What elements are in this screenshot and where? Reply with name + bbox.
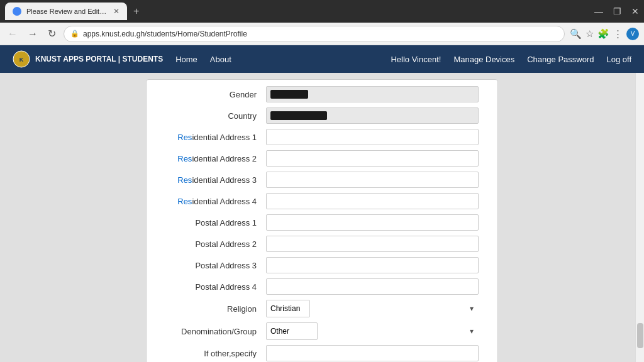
bar-actions: 🔍 ☆ 🧩 ⋮ V: [570, 28, 639, 40]
residential-address-2-row: Residential Address 2: [165, 150, 479, 167]
residential-address-2-label: Residential Address 2: [165, 154, 266, 163]
other-specify-input[interactable]: [266, 345, 479, 361]
gender-row: Gender: [165, 86, 479, 102]
forward-button[interactable]: →: [25, 26, 40, 42]
home-link[interactable]: Home: [175, 55, 197, 64]
gender-redacted: [270, 90, 308, 99]
window-controls: — ❐ ✕: [594, 6, 639, 16]
search-icon[interactable]: 🔍: [570, 28, 582, 40]
country-redacted: [270, 111, 327, 120]
star-icon[interactable]: ☆: [586, 28, 594, 40]
maximize-button[interactable]: ❐: [613, 6, 621, 16]
postal-address-1-input[interactable]: [266, 214, 479, 231]
logoff-link[interactable]: Log off: [606, 55, 631, 64]
close-button[interactable]: ✕: [631, 6, 639, 16]
residential-address-1-input[interactable]: [266, 129, 479, 145]
address-bar[interactable]: 🔒 apps.knust.edu.gh/students/Home/Studen…: [64, 26, 565, 42]
navbar: K KNUST APPS PORTAL | STUDENTS Home Abou…: [0, 45, 644, 73]
brand-text: KNUST APPS PORTAL | STUDENTS: [35, 55, 163, 63]
residential-address-1-row: Residential Address 1: [165, 129, 479, 145]
denomination-select[interactable]: Other Catholic Presbyterian Methodist An…: [266, 322, 318, 340]
religion-select[interactable]: Christian Muslim Traditional Other: [266, 300, 310, 317]
other-specify-row: If other,specify: [165, 345, 479, 361]
tab-close-icon[interactable]: ✕: [113, 7, 119, 16]
postal-address-3-row: Postal Address 3: [165, 257, 479, 273]
country-row: Country: [165, 107, 479, 124]
postal-address-2-label: Postal Address 2: [165, 239, 266, 249]
gender-input[interactable]: [266, 86, 479, 102]
postal-address-4-row: Postal Address 4: [165, 278, 479, 295]
extensions-icon[interactable]: 🧩: [597, 28, 609, 40]
denomination-label: Denomination/Group: [165, 327, 266, 336]
residential-address-4-input[interactable]: [266, 193, 479, 209]
residential-address-3-label: Residential Address 3: [165, 175, 266, 185]
minimize-button[interactable]: —: [594, 6, 603, 16]
browser-bar: ← → ↻ 🔒 apps.knust.edu.gh/students/Home/…: [0, 23, 644, 45]
religion-row: Religion Christian Muslim Traditional Ot…: [165, 300, 479, 317]
denomination-select-wrapper: Other Catholic Presbyterian Methodist An…: [266, 322, 479, 340]
url-text: apps.knust.edu.gh/students/Home/StudentP…: [83, 30, 247, 38]
country-label: Country: [165, 111, 266, 121]
user-avatar[interactable]: V: [626, 28, 639, 40]
tab-favicon: [13, 7, 21, 16]
about-link[interactable]: About: [210, 55, 231, 64]
page-content: Gender Country Residential Address 1 Res…: [0, 73, 644, 362]
browser-tab[interactable]: Please Review and Edit your Pers... ✕: [5, 3, 127, 20]
residential-address-4-row: Residential Address 4: [165, 193, 479, 209]
brand: K KNUST APPS PORTAL | STUDENTS: [13, 50, 163, 68]
manage-devices-link[interactable]: Manage Devices: [453, 55, 514, 64]
residential-address-3-input[interactable]: [266, 172, 479, 188]
country-input[interactable]: [266, 107, 479, 124]
residential-address-4-label: Residential Address 4: [165, 197, 266, 206]
scrollbar-thumb[interactable]: [637, 323, 643, 348]
gender-label: Gender: [165, 90, 266, 99]
new-tab-button[interactable]: +: [133, 6, 139, 17]
navbar-links: Home About: [175, 55, 231, 64]
postal-address-4-input[interactable]: [266, 278, 479, 295]
residential-address-3-row: Residential Address 3: [165, 172, 479, 188]
svg-text:K: K: [19, 57, 24, 63]
residential-address-1-label: Residential Address 1: [165, 133, 266, 142]
postal-address-2-input[interactable]: [266, 236, 479, 252]
tab-title: Please Review and Edit your Pers...: [26, 8, 108, 15]
religion-label: Religion: [165, 304, 266, 314]
postal-address-1-label: Postal Address 1: [165, 218, 266, 228]
denomination-row: Denomination/Group Other Catholic Presby…: [165, 322, 479, 340]
res-highlight: Res: [177, 133, 192, 142]
postal-address-2-row: Postal Address 2: [165, 236, 479, 252]
brand-logo: K: [13, 50, 30, 68]
postal-address-1-row: Postal Address 1: [165, 214, 479, 231]
postal-address-3-label: Postal Address 3: [165, 261, 266, 270]
change-password-link[interactable]: Change Password: [527, 55, 594, 64]
other-specify-label: If other,specify: [165, 349, 266, 358]
browser-chrome: Please Review and Edit your Pers... ✕ + …: [0, 0, 644, 23]
profile-form-card: Gender Country Residential Address 1 Res…: [146, 79, 498, 362]
navbar-right: Hello Vincent! Manage Devices Change Pas…: [391, 55, 631, 64]
residential-address-2-input[interactable]: [266, 150, 479, 167]
religion-select-wrapper: Christian Muslim Traditional Other: [266, 300, 479, 317]
postal-address-4-label: Postal Address 4: [165, 282, 266, 292]
refresh-button[interactable]: ↻: [45, 25, 58, 42]
menu-icon[interactable]: ⋮: [613, 28, 623, 40]
greeting-text: Hello Vincent!: [391, 55, 441, 64]
lock-icon: 🔒: [70, 30, 79, 38]
postal-address-3-input[interactable]: [266, 257, 479, 273]
scrollbar[interactable]: [635, 73, 644, 362]
back-button[interactable]: ←: [5, 26, 20, 42]
